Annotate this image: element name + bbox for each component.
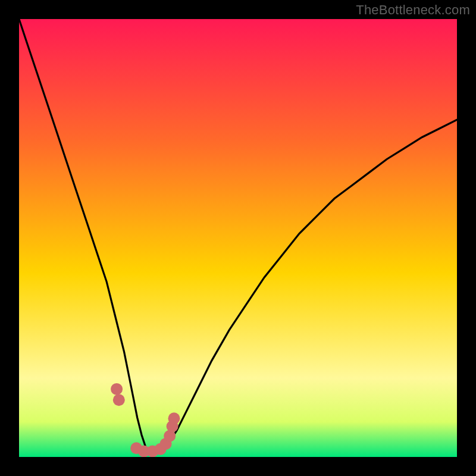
chart-svg	[19, 19, 457, 457]
data-marker	[113, 394, 125, 406]
data-marker	[111, 383, 123, 395]
data-marker	[168, 412, 180, 424]
gradient-background	[19, 19, 457, 457]
watermark-text: TheBottleneck.com	[356, 2, 470, 18]
plot-area	[19, 19, 457, 457]
chart-frame: TheBottleneck.com	[0, 0, 476, 476]
